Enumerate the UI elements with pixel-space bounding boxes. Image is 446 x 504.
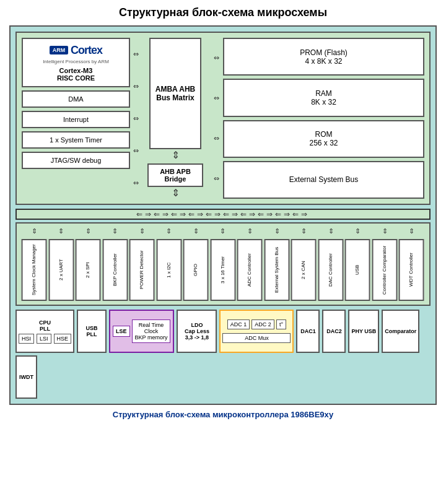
periph-wdt: WDT Controller <box>399 239 424 301</box>
adc-group: ADC 1 ADC 2 t° ADC Mux <box>219 310 294 353</box>
periph-arrows-row: ⇕ ⇕ ⇕ ⇕ ⇕ ⇕ ⇕ ⇕ ⇕ ⇕ ⇕ ⇕ ⇕ ⇕ ⇕ <box>22 227 424 235</box>
cpu-pll-group: CPU PLL HSI LSI HSE <box>15 310 74 353</box>
cortex-sub: Intelligent Processors by ARM <box>43 59 109 64</box>
adc-t-box: t° <box>276 319 286 329</box>
rtc-box: Real Time Clock BKP memory <box>132 319 171 343</box>
periph-comp: Controller Comparator <box>372 239 398 301</box>
ext-bus-box: External System Bus <box>223 161 424 199</box>
pa8: ⇕ <box>211 227 236 235</box>
lse-rtc-group: LSE Real Time Clock BKP memory <box>109 310 174 353</box>
bottom-section: CPU PLL HSI LSI HSE USB PLL LSE Real Tim… <box>15 310 431 399</box>
periph-gpio: GPIO <box>183 239 209 301</box>
ldo-label: LDO Cap Less 3,3 -> 1,8 <box>185 322 209 341</box>
right-arrows: ⇔ ⇔ ⇔ ⇔ <box>209 38 223 199</box>
periph-usb: USB <box>345 239 370 301</box>
cpu-pll-label: CPU PLL <box>39 319 51 332</box>
periph-timer: 3 x 16 Timer <box>211 239 236 301</box>
hsi-label: HSI <box>19 334 34 344</box>
rom-box: ROM 256 x 32 <box>223 120 424 158</box>
memory-col: PROM (Flash) 4 x 8K x 32 RAM 8K x 32 ROM… <box>223 38 424 199</box>
cortex-text: Cortex <box>71 44 102 57</box>
ldo-box: LDO Cap Less 3,3 -> 1,8 <box>177 310 217 353</box>
lsi-label: LSI <box>37 334 51 344</box>
phy-usb-label: PHY USB <box>351 328 376 334</box>
left-arrows: ⇔ ⇔ ⇔ ⇔ ⇔ <box>130 38 141 199</box>
system-timer-box: 1 x System Timer <box>22 131 130 149</box>
peripherals-row: System Clock Manager 2 x UART 2 x SPI BK… <box>22 239 424 301</box>
r-arrow1: ⇔ <box>214 54 219 62</box>
periph-extbus: External System Bus <box>265 239 290 301</box>
pa4: ⇕ <box>103 227 128 235</box>
vertical-arrow-down: ⇕ <box>172 149 180 161</box>
pa1: ⇕ <box>22 227 47 235</box>
pa9: ⇕ <box>237 227 263 235</box>
arrow2: ⇔ <box>133 82 139 90</box>
lse-box: LSE <box>113 326 130 337</box>
pa13: ⇕ <box>345 227 370 235</box>
dac2-label: DAC2 <box>326 328 342 334</box>
apb-section: ⇕ ⇕ ⇕ ⇕ ⇕ ⇕ ⇕ ⇕ ⇕ ⇕ ⇕ ⇕ ⇕ ⇕ ⇕ System Clo… <box>15 222 431 306</box>
adc1-box: ADC 1 <box>227 319 250 329</box>
periph-uart: 2 x UART <box>49 239 74 301</box>
cortex-core-label: Cortex-M3RISC CORE <box>57 67 95 82</box>
prom-box: PROM (Flash) 4 x 8K x 32 <box>223 38 424 76</box>
pa5: ⇕ <box>129 227 155 235</box>
pa15: ⇕ <box>399 227 424 235</box>
dac1-label: DAC1 <box>300 328 316 334</box>
amba-box: AMBA AHB Bus Matrix <box>149 38 201 149</box>
dma-box: DMA <box>22 90 130 108</box>
dac1-box: DAC1 <box>296 310 320 353</box>
pa14: ⇕ <box>372 227 398 235</box>
periph-spi: 2 x SPI <box>76 239 101 301</box>
center-section: AMBA AHB Bus Matrix ⇕ AHB APB Bridge ⇕ <box>141 38 209 199</box>
periph-i2c: 1 x I2C <box>157 239 182 301</box>
periph-power: POWER Detector <box>129 239 155 301</box>
adc-mux-box: ADC Mux <box>222 333 291 343</box>
comparator-label: Comparator <box>385 328 416 334</box>
top-section: ARM Cortex Intelligent Processors by ARM… <box>15 32 431 205</box>
usb-pll-label: USB PLL <box>86 325 98 337</box>
comparator-box: Comparator <box>382 310 419 353</box>
pa10: ⇕ <box>265 227 290 235</box>
arm-badge: ARM <box>50 46 68 54</box>
vertical-arrow-down2: ⇕ <box>172 187 180 199</box>
iwdt-box: IWDT <box>15 355 37 399</box>
pa12: ⇕ <box>318 227 344 235</box>
pa2: ⇕ <box>49 227 74 235</box>
arrow3: ⇔ <box>133 115 139 123</box>
iwdt-label: IWDT <box>19 374 33 380</box>
ram-box: RAM 8K x 32 <box>223 79 424 116</box>
arrow1: ⇔ <box>133 50 139 58</box>
r-arrow2: ⇔ <box>214 94 219 102</box>
arrow5: ⇔ <box>133 179 139 187</box>
interrupt-box: Interrupt <box>22 111 130 128</box>
r-arrow4: ⇔ <box>214 175 219 183</box>
adc2-box: ADC 2 <box>251 319 274 329</box>
periph-can: 2 x CAN <box>291 239 317 301</box>
pa3: ⇕ <box>76 227 101 235</box>
usb-pll-box: USB PLL <box>77 310 107 353</box>
jtag-box: JTAG/SW debug <box>22 152 130 169</box>
periph-clk: System Clock Manager <box>22 239 47 301</box>
pa11: ⇕ <box>291 227 317 235</box>
ahb-bridge-box: AHB APB Bridge <box>147 163 203 187</box>
dac2-box: DAC2 <box>322 310 346 353</box>
phy-usb-box: PHY USB <box>348 310 379 353</box>
pa7: ⇕ <box>183 227 209 235</box>
hse-label: HSE <box>54 334 72 344</box>
page-footer: Структурная блок-схема микроконтроллера … <box>113 410 333 419</box>
cortex-box: ARM Cortex Intelligent Processors by ARM… <box>22 38 130 87</box>
pa6: ⇕ <box>157 227 182 235</box>
periph-dac: DAC Controller <box>318 239 344 301</box>
wide-bus-arrow: ⇐⇒⇐⇒⇐⇒⇐⇒⇐⇒⇐⇒⇐⇒⇐⇒⇐⇒⇐⇒ <box>15 209 431 220</box>
periph-bkp: BKP Controller <box>103 239 128 301</box>
periph-adc: ADC Controller <box>237 239 263 301</box>
arrow4: ⇔ <box>133 147 139 155</box>
main-diagram: ARM Cortex Intelligent Processors by ARM… <box>9 25 437 405</box>
page-title: Структурная блок-схема микросхемы <box>119 6 327 19</box>
r-arrow3: ⇔ <box>214 134 219 142</box>
